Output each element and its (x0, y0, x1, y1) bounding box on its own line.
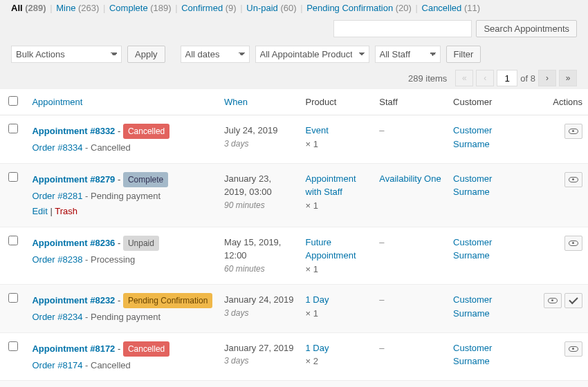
view-button[interactable] (544, 293, 562, 308)
row-checkbox[interactable] (8, 341, 18, 351)
when-date: January 24, 2019 (224, 293, 294, 307)
product-link[interactable]: Event (306, 125, 329, 135)
product-link[interactable]: 1 Day (306, 343, 329, 353)
appointment-link[interactable]: Appointment #8236 (32, 238, 115, 248)
filter-tab[interactable]: Cancelled (11) (422, 3, 481, 13)
view-button[interactable] (564, 341, 582, 357)
order-line: Order #8334 - Cancelled (32, 141, 213, 155)
order-link[interactable]: Order #8334 (32, 142, 82, 153)
col-actions: Actions (529, 89, 588, 115)
when-duration: 90 minutes (224, 199, 294, 211)
order-line: Order #8174 - Cancelled (32, 359, 213, 372)
view-button[interactable] (564, 124, 582, 139)
product-link[interactable]: 1 Day (306, 294, 329, 305)
when-date: May 15, 2019, 12:00 (224, 236, 294, 263)
customer-link[interactable]: CustomerSurname (453, 343, 492, 367)
check-icon (569, 295, 578, 304)
table-row: Appointment #8279 - CompleteOrder #8281 … (0, 163, 588, 227)
page-last[interactable]: » (559, 70, 577, 86)
controls-bar: Bulk Actions Apply All dates All Appoint… (0, 41, 588, 67)
product-qty: × 1 (306, 199, 369, 213)
filter-tab[interactable]: Complete (189) (109, 3, 172, 13)
order-link[interactable]: Order #8238 (32, 254, 82, 265)
order-link[interactable]: Order #8234 (32, 312, 82, 322)
product-qty: × 1 (306, 138, 369, 151)
table-row: Appointment #8168 - Pending Confirmation… (0, 381, 588, 388)
order-line: Order #8281 - Pending payment (32, 189, 213, 203)
confirm-button[interactable] (564, 293, 582, 308)
row-checkbox[interactable] (8, 124, 18, 133)
staff-empty: – (379, 294, 384, 305)
order-line: Order #8234 - Pending payment (32, 310, 213, 324)
dates-select[interactable]: All dates (181, 46, 250, 63)
customer-link[interactable]: CustomerSurname (453, 294, 492, 319)
customer-link[interactable]: CustomerSurname (453, 237, 492, 261)
customer-link[interactable]: CustomerSurname (453, 125, 492, 149)
customer-link[interactable]: CustomerSurname (453, 173, 492, 198)
page-input[interactable] (497, 70, 517, 86)
product-link[interactable]: Future Appointment (306, 237, 356, 261)
col-appointment[interactable]: Appointment (26, 89, 219, 115)
product-link[interactable]: Appointment with Staff (306, 173, 356, 198)
col-product[interactable]: Product (300, 89, 374, 115)
products-select[interactable]: All Appointable Products (255, 46, 369, 63)
bulk-actions-select[interactable]: Bulk Actions (11, 46, 122, 63)
filter-tabs: All (289) | Mine (263) | Complete (189) … (0, 0, 588, 16)
when-duration: 60 minutes (224, 263, 294, 275)
search-input[interactable] (333, 20, 472, 37)
filter-tab[interactable]: Pending Confirmation (20) (306, 3, 412, 13)
product-qty: × 1 (306, 263, 369, 276)
filter-tab[interactable]: Confirmed (9) (181, 3, 236, 13)
order-line: Order #8238 - Processing (32, 253, 213, 267)
col-when[interactable]: When (219, 89, 300, 115)
when-duration: 3 days (224, 138, 294, 150)
order-link[interactable]: Order #8281 (32, 191, 82, 201)
page-next[interactable]: › (538, 70, 556, 86)
staff-empty: – (379, 237, 384, 247)
view-button[interactable] (564, 236, 582, 251)
page-prev[interactable]: ‹ (476, 70, 494, 86)
eye-icon (569, 346, 578, 352)
eye-icon (569, 129, 578, 134)
trash-link[interactable]: Trash (55, 206, 77, 216)
when-date: January 27, 2019 (224, 341, 294, 355)
search-button[interactable]: Search Appointments (476, 20, 577, 37)
product-qty: × 1 (306, 307, 369, 321)
filter-tab[interactable]: All (289) (11, 3, 46, 13)
page-of: of 8 (520, 73, 535, 84)
status-badge: Complete (123, 172, 168, 187)
edit-link[interactable]: Edit (32, 206, 47, 216)
filter-button[interactable]: Filter (446, 46, 481, 63)
search-bar: Search Appointments (0, 16, 588, 41)
filter-tab[interactable]: Mine (263) (56, 3, 99, 13)
appointment-link[interactable]: Appointment #8232 (32, 295, 115, 305)
staff-link[interactable]: Availability One (379, 173, 441, 184)
apply-button[interactable]: Apply (127, 46, 165, 63)
staff-select[interactable]: All Staff (375, 46, 441, 63)
appointment-link[interactable]: Appointment #8279 (32, 174, 115, 185)
row-checkbox[interactable] (8, 293, 18, 303)
appointment-link[interactable]: Appointment #8332 (32, 126, 115, 136)
when-date: January 23, 2019, 03:00 (224, 172, 294, 199)
eye-icon (569, 177, 578, 182)
status-badge: Cancelled (123, 341, 169, 357)
pagination: 289 items « ‹ of 8 › » (0, 67, 588, 89)
appointment-link[interactable]: Appointment #8172 (32, 343, 115, 354)
page-first[interactable]: « (455, 70, 473, 86)
filter-tab[interactable]: Un-paid (60) (246, 3, 296, 13)
row-checkbox[interactable] (8, 172, 18, 182)
when-duration: 3 days (224, 307, 294, 319)
select-all-checkbox[interactable] (8, 96, 18, 106)
appointments-table: Appointment When Product Staff Customer … (0, 89, 588, 387)
table-row: Appointment #8332 - CancelledOrder #8334… (0, 115, 588, 164)
view-button[interactable] (564, 172, 582, 187)
row-checkbox[interactable] (8, 236, 18, 245)
status-badge: Pending Confirmation (123, 293, 212, 308)
status-badge: Unpaid (123, 236, 159, 251)
order-link[interactable]: Order #8174 (32, 360, 82, 370)
staff-empty: – (379, 343, 384, 353)
col-customer[interactable]: Customer (448, 89, 529, 115)
status-badge: Cancelled (123, 124, 169, 139)
col-staff[interactable]: Staff (374, 89, 448, 115)
product-qty: × 2 (306, 355, 369, 368)
